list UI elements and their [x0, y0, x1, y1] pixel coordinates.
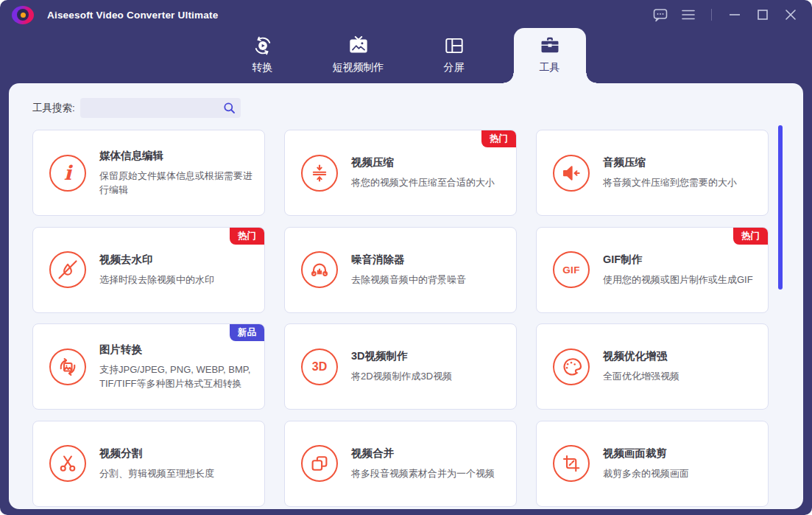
tab-label: 分屏 — [444, 61, 465, 74]
card-title: 视频合并 — [351, 446, 495, 460]
card-desc: 全面优化增强视频 — [603, 369, 679, 384]
card-title: 图片转换 — [99, 343, 253, 357]
titlebar-controls — [652, 7, 812, 23]
card-title: 音频压缩 — [603, 155, 737, 169]
crop-icon — [553, 445, 590, 482]
card-title: 视频分割 — [99, 446, 214, 460]
card-title: 视频优化增强 — [603, 349, 679, 363]
card-desc: 将音频文件压缩到您需要的大小 — [603, 175, 737, 190]
scrollbar-thumb[interactable] — [778, 125, 783, 290]
tools-grid: i 媒体信息编辑 保留原始文件媒体信息或根据需要进行编辑 热门 视频压缩 将您的… — [32, 130, 803, 507]
card-desc: 选择时段去除视频中的水印 — [99, 273, 214, 287]
tool-card[interactable]: 视频优化增强 全面优化增强视频 — [536, 323, 769, 410]
search-icon[interactable] — [223, 102, 236, 114]
merge-icon — [301, 445, 338, 482]
tools-panel: 工具搜索: i 媒体信息编辑 保留原始文件媒体信息或根据需要进行编辑 热门 视频… — [9, 83, 803, 509]
tab-toolbox[interactable]: 工具 — [502, 29, 598, 83]
tool-card[interactable]: 热门 GIF GIF制作 使用您的视频或图片制作或生成GIF — [536, 227, 769, 313]
card-badge: 热门 — [481, 130, 516, 147]
nav-tabs: 转换 短视频制作 分屏 工具 — [0, 29, 812, 83]
close-button[interactable] — [783, 7, 799, 23]
minimize-icon — [727, 7, 743, 23]
tool-card[interactable]: i 媒体信息编辑 保留原始文件媒体信息或根据需要进行编辑 — [32, 130, 265, 216]
titlebar-separator — [711, 9, 712, 21]
search-label: 工具搜索: — [32, 102, 75, 115]
headphones-icon — [301, 251, 338, 288]
feedback-icon — [652, 7, 668, 23]
menu-icon — [680, 7, 696, 23]
tool-card[interactable]: 噪音消除器 去除视频音频中的背景噪音 — [284, 227, 517, 313]
titlebar: Aiseesoft Video Converter Ultimate — [0, 0, 812, 29]
tool-card[interactable]: 热门 视频去水印 选择时段去除视频中的水印 — [32, 227, 265, 313]
tool-card[interactable]: 视频合并 将多段音视频素材合并为一个视频 — [284, 421, 517, 507]
tab-convert[interactable]: 转换 — [215, 29, 311, 83]
toolbox-icon — [539, 35, 561, 57]
audio-compress-icon — [553, 155, 590, 192]
info-icon: i — [49, 155, 86, 192]
tool-card[interactable]: 3D 3D视频制作 将2D视频制作成3D视频 — [284, 323, 517, 410]
tab-label: 转换 — [253, 61, 273, 74]
compress-icon — [301, 155, 338, 192]
card-desc: 裁剪多余的视频画面 — [603, 466, 689, 481]
threed-icon: 3D — [301, 348, 338, 385]
minimize-button[interactable] — [727, 7, 743, 23]
card-title: 3D视频制作 — [351, 349, 452, 363]
app-window: Aiseesoft Video Converter Ultimate 转换 短视… — [0, 0, 812, 515]
app-title: Aiseesoft Video Converter Ultimate — [47, 10, 218, 21]
menu-button[interactable] — [680, 7, 696, 23]
tab-label: 短视频制作 — [333, 61, 384, 74]
tab-mv[interactable]: 短视频制作 — [311, 29, 406, 83]
tool-card[interactable]: 视频分割 分割、剪辑视频至理想长度 — [32, 421, 265, 507]
convert-icon — [252, 35, 274, 57]
search-box — [80, 98, 241, 118]
search-row: 工具搜索: — [32, 98, 803, 118]
card-desc: 分割、剪辑视频至理想长度 — [99, 466, 214, 481]
card-title: GIF制作 — [603, 253, 753, 267]
card-badge: 新品 — [230, 324, 264, 341]
search-input[interactable] — [80, 98, 241, 118]
card-desc: 将多段音视频素材合并为一个视频 — [351, 466, 495, 481]
maximize-icon — [755, 7, 771, 23]
image-convert-icon — [49, 348, 86, 385]
close-icon — [783, 7, 799, 23]
tool-card[interactable]: 热门 视频压缩 将您的视频文件压缩至合适的大小 — [284, 130, 517, 216]
mv-icon — [347, 35, 370, 57]
collage-icon — [443, 35, 465, 57]
card-badge: 热门 — [733, 228, 768, 245]
watermark-remove-icon — [49, 251, 86, 288]
card-title: 视频去水印 — [99, 253, 214, 267]
palette-icon — [553, 348, 590, 385]
card-title: 噪音消除器 — [351, 253, 466, 267]
card-desc: 使用您的视频或图片制作或生成GIF — [603, 273, 753, 287]
maximize-button[interactable] — [755, 7, 771, 23]
card-badge: 热门 — [230, 228, 264, 245]
gif-icon: GIF — [553, 251, 590, 288]
card-title: 视频压缩 — [351, 155, 495, 169]
tool-card[interactable]: 音频压缩 将音频文件压缩到您需要的大小 — [536, 130, 769, 216]
card-title: 视频画面裁剪 — [603, 446, 689, 460]
tool-card[interactable]: 视频画面裁剪 裁剪多余的视频画面 — [536, 421, 769, 507]
tab-collage[interactable]: 分屏 — [406, 29, 502, 83]
card-desc: 去除视频音频中的背景噪音 — [351, 273, 466, 287]
card-desc: 将2D视频制作成3D视频 — [351, 369, 452, 384]
card-title: 媒体信息编辑 — [99, 149, 253, 163]
card-desc: 将您的视频文件压缩至合适的大小 — [351, 175, 495, 190]
card-desc: 支持JPG/JPEG, PNG, WEBP, BMP, TIF/TIFF等多种图… — [99, 362, 253, 391]
tab-label: 工具 — [540, 61, 560, 74]
feedback-button[interactable] — [652, 7, 668, 23]
scissors-icon — [49, 445, 86, 482]
card-desc: 保留原始文件媒体信息或根据需要进行编辑 — [99, 169, 253, 197]
tool-card[interactable]: 新品 图片转换 支持JPG/JPEG, PNG, WEBP, BMP, TIF/… — [32, 323, 265, 410]
app-logo-icon — [12, 6, 34, 24]
